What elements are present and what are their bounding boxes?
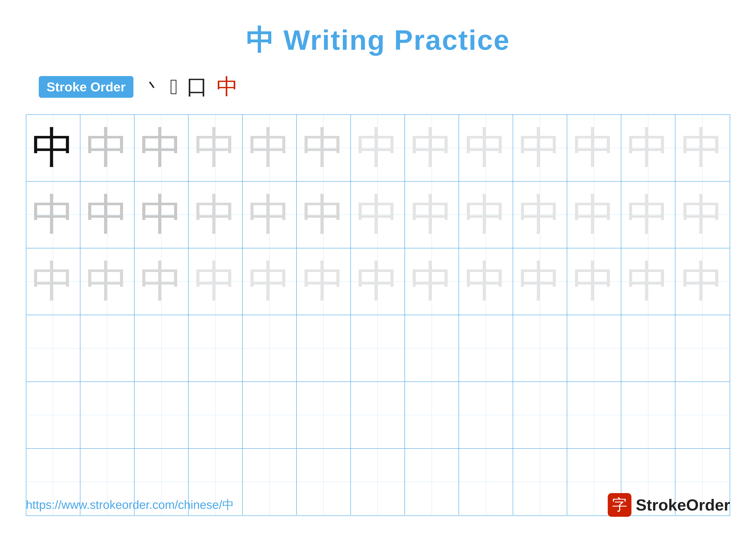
grid-cell[interactable]: 中 [459, 115, 513, 181]
grid-cell[interactable] [80, 382, 134, 448]
char-guide: 中 [519, 193, 562, 236]
grid-cell[interactable]: 中 [297, 115, 351, 181]
grid-cell[interactable]: 中 [459, 182, 513, 248]
char-guide: 中 [302, 260, 345, 303]
char-guide: 中 [356, 193, 399, 236]
char-guide: 中 [194, 260, 237, 303]
char-guide: 中 [410, 126, 453, 169]
grid-cell[interactable]: 中 [675, 115, 729, 181]
char-guide: 中 [356, 126, 399, 169]
grid-cell[interactable]: 中 [80, 182, 134, 248]
char-guide: 中 [573, 126, 616, 169]
grid-cell[interactable]: 中 [26, 248, 80, 315]
grid-cell[interactable] [243, 382, 297, 448]
grid-cell[interactable] [189, 315, 243, 381]
grid-cell[interactable]: 中 [243, 115, 297, 181]
char-guide: 中 [627, 260, 670, 303]
stroke-2: 𠃌 [170, 75, 178, 99]
grid-cell[interactable]: 中 [621, 182, 675, 248]
grid-cell[interactable] [567, 382, 621, 448]
grid-cell[interactable]: 中 [513, 182, 567, 248]
char-guide: 中 [519, 126, 562, 169]
char-solid: 中 [32, 126, 75, 169]
grid-cell[interactable]: 中 [405, 248, 459, 315]
grid-cell[interactable] [134, 315, 189, 381]
char-guide: 中 [573, 260, 616, 303]
grid-cell[interactable] [297, 382, 351, 448]
char-guide: 中 [302, 126, 345, 169]
grid-cell[interactable] [675, 315, 729, 381]
grid-cell[interactable]: 中 [26, 182, 80, 248]
grid-cell[interactable] [405, 315, 459, 381]
grid-cell[interactable]: 中 [351, 115, 405, 181]
char-guide: 中 [464, 126, 507, 169]
logo-icon: 字 [608, 493, 632, 517]
grid-cell[interactable] [297, 315, 351, 381]
grid-cell[interactable]: 中 [405, 115, 459, 181]
footer-url[interactable]: https://www.strokeorder.com/chinese/中 [26, 497, 234, 513]
title-text: Writing Practice [284, 24, 510, 56]
grid-cell[interactable]: 中 [80, 248, 134, 315]
grid-cell[interactable] [351, 382, 405, 448]
grid-cell[interactable]: 中 [513, 115, 567, 181]
grid-cell[interactable]: 中 [297, 182, 351, 248]
grid-cell[interactable] [351, 315, 405, 381]
page: 中 Writing Practice Stroke Order 丶 𠃌 口 中 … [0, 0, 756, 534]
grid-cell[interactable] [513, 315, 567, 381]
grid-row-3: 中 中 中 中 中 中 中 中 中 中 中 中 中 [26, 248, 730, 315]
char-guide: 中 [140, 260, 183, 303]
grid-cell[interactable]: 中 [405, 182, 459, 248]
grid-cell[interactable] [567, 315, 621, 381]
writing-grid[interactable]: 中 中 中 中 中 中 中 中 中 中 中 中 中 中 中 中 中 中 中 中 … [26, 114, 730, 516]
char-guide: 中 [86, 126, 129, 169]
footer-logo: 字 StrokeOrder [608, 493, 730, 517]
grid-cell[interactable]: 中 [567, 248, 621, 315]
grid-cell[interactable] [80, 315, 134, 381]
char-guide: 中 [32, 260, 75, 303]
stroke-order-badge: Stroke Order [39, 76, 133, 98]
grid-cell[interactable]: 中 [134, 182, 189, 248]
grid-cell[interactable]: 中 [567, 182, 621, 248]
grid-cell[interactable]: 中 [189, 182, 243, 248]
grid-cell[interactable]: 中 [513, 248, 567, 315]
grid-cell[interactable]: 中 [675, 182, 729, 248]
grid-cell[interactable] [134, 382, 189, 448]
char-guide: 中 [248, 260, 291, 303]
grid-cell[interactable] [459, 315, 513, 381]
grid-row-5 [26, 382, 730, 449]
grid-cell[interactable] [459, 382, 513, 448]
grid-cell[interactable]: 中 [189, 115, 243, 181]
grid-cell[interactable]: 中 [189, 248, 243, 315]
grid-cell[interactable]: 中 [675, 248, 729, 315]
grid-row-2: 中 中 中 中 中 中 中 中 中 中 中 中 中 [26, 182, 730, 248]
grid-cell[interactable]: 中 [134, 248, 189, 315]
char-guide: 中 [681, 193, 724, 236]
grid-cell[interactable]: 中 [134, 115, 189, 181]
grid-cell[interactable] [189, 382, 243, 448]
grid-cell[interactable] [26, 382, 80, 448]
grid-cell[interactable] [621, 382, 675, 448]
char-guide: 中 [86, 260, 129, 303]
stroke-order-section: Stroke Order 丶 𠃌 口 中 [26, 72, 730, 101]
grid-cell[interactable]: 中 [243, 182, 297, 248]
grid-cell[interactable]: 中 [459, 248, 513, 315]
grid-cell[interactable]: 中 [351, 248, 405, 315]
grid-cell[interactable]: 中 [621, 115, 675, 181]
grid-cell[interactable]: 中 [26, 115, 80, 181]
grid-cell[interactable] [513, 382, 567, 448]
grid-cell[interactable] [26, 315, 80, 381]
grid-cell[interactable] [405, 382, 459, 448]
logo-char: 字 [612, 495, 627, 515]
char-guide: 中 [410, 260, 453, 303]
grid-cell[interactable]: 中 [297, 248, 351, 315]
grid-cell[interactable]: 中 [243, 248, 297, 315]
stroke-sequence: 丶 𠃌 口 中 [144, 72, 238, 101]
grid-cell[interactable] [243, 315, 297, 381]
char-guide: 中 [410, 193, 453, 236]
grid-cell[interactable]: 中 [621, 248, 675, 315]
grid-cell[interactable]: 中 [351, 182, 405, 248]
grid-cell[interactable]: 中 [567, 115, 621, 181]
grid-cell[interactable] [675, 382, 729, 448]
grid-cell[interactable] [621, 315, 675, 381]
grid-cell[interactable]: 中 [80, 115, 134, 181]
